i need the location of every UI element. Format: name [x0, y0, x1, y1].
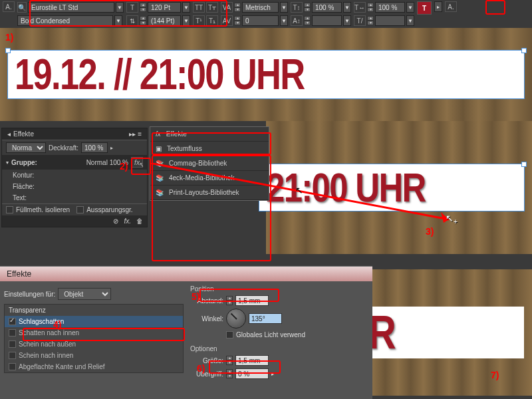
annot-5: 5): [192, 291, 200, 302]
annot-3: 3): [426, 226, 434, 237]
opacity-field[interactable]: [81, 142, 108, 153]
kerning-field[interactable]: [242, 2, 279, 13]
clear-fx-icon[interactable]: ⊘: [113, 217, 118, 225]
baseline-dropdown[interactable]: ▼: [343, 15, 351, 26]
annot-6: 6): [197, 363, 205, 374]
leading-dropdown[interactable]: ▼: [182, 15, 190, 26]
baseline-icon: A↕: [291, 15, 303, 26]
row-text[interactable]: Text:: [2, 192, 147, 203]
tracking-spinner[interactable]: ▴▾: [234, 16, 241, 25]
position-legend: Position: [190, 285, 363, 293]
skew-icon: T/: [354, 15, 366, 26]
list-schatten-innen[interactable]: Schatten nach innen: [5, 327, 183, 338]
size-icon: T: [126, 2, 138, 13]
size-spinner[interactable]: ▴▾: [140, 3, 146, 12]
kerning-icon: VA: [221, 2, 233, 13]
annot-7: 7): [491, 370, 499, 380]
font-style-field[interactable]: [17, 15, 113, 26]
annot-1: 1): [5, 32, 13, 43]
vscale-field[interactable]: [312, 2, 342, 13]
settings-for-select[interactable]: Objekt: [58, 288, 111, 300]
spread-spinner[interactable]: ▴▾: [226, 369, 233, 378]
skew-dropdown[interactable]: ▼: [406, 15, 414, 26]
fx-menu-icon[interactable]: fx.: [124, 217, 131, 225]
hscale-dropdown[interactable]: ▼: [406, 2, 414, 13]
font-family-field[interactable]: [28, 2, 114, 13]
leading-spinner[interactable]: ▴▾: [140, 16, 146, 25]
font-style-dropdown[interactable]: ▼: [114, 15, 122, 26]
flyout-4eck[interactable]: 📚4eck-Media-Bibliothek: [150, 171, 269, 186]
hscale-icon: T↔: [354, 2, 366, 13]
size-field[interactable]: [235, 355, 269, 366]
headline-text-1[interactable]: 19.12. // 21:00 UHR: [15, 53, 427, 96]
paragraph-icon[interactable]: A.: [3, 1, 15, 12]
kerning-dropdown[interactable]: ▼: [280, 2, 288, 13]
list-schein-innen[interactable]: Schein nach innen: [5, 350, 183, 361]
angle-field[interactable]: [249, 313, 282, 324]
vscale-dropdown[interactable]: ▼: [343, 2, 351, 13]
baseline-field[interactable]: [312, 15, 342, 26]
superscript-icon[interactable]: T¹: [193, 15, 205, 26]
distance-field[interactable]: [235, 295, 269, 306]
list-schlagschatten[interactable]: Schlagschatten: [5, 316, 183, 327]
canvas-area-3: 0 UHR: [372, 269, 532, 396]
search-icon[interactable]: 🔍: [17, 2, 27, 13]
cursor-icon-2: ↖: [295, 185, 303, 196]
distance-spinner[interactable]: ▴▾: [226, 296, 233, 305]
flyout-printlayouts[interactable]: 📚Print-Layouts-Bibliothek: [150, 186, 269, 200]
cursor-icon: ↖+: [446, 213, 458, 223]
effects-panel-tab[interactable]: ◂ Effekte▸▸ ≡: [2, 128, 147, 140]
size-dropdown[interactable]: ▼: [182, 2, 190, 13]
hscale-spinner[interactable]: ▴▾: [367, 3, 374, 12]
fill-color-swatch[interactable]: T: [417, 1, 432, 15]
hscale-field[interactable]: [375, 2, 405, 13]
allcaps-icon[interactable]: TT: [193, 2, 205, 13]
knockout-checkbox[interactable]: [76, 206, 84, 213]
font-size-field[interactable]: [148, 2, 181, 13]
subscript-icon[interactable]: T₁: [206, 15, 218, 26]
text-frame-3[interactable]: 0 UHR: [372, 307, 524, 358]
flyout-effekte[interactable]: fxEffekte: [150, 127, 269, 142]
canvas-area-1: 19.12. // 21:00 UHR: [0, 28, 532, 121]
list-header[interactable]: Transparenz: [5, 305, 183, 316]
fx-icon: fx: [156, 130, 161, 138]
skew-field[interactable]: [375, 15, 405, 26]
tracking-dropdown[interactable]: ▼: [280, 15, 288, 26]
tracking-icon: AV: [221, 15, 233, 26]
para-icon[interactable]: A.: [445, 1, 457, 12]
kerning-spinner[interactable]: ▴▾: [234, 3, 241, 12]
spread-label: Übergriff:: [190, 370, 223, 378]
spread-field[interactable]: [235, 368, 269, 379]
dialog-title: Effekte: [0, 267, 372, 281]
smallcaps-icon[interactable]: Tᴛ: [206, 2, 218, 13]
fill-dropdown[interactable]: ▸: [434, 1, 442, 12]
headline-text-3[interactable]: 0 UHR: [372, 309, 475, 356]
effects-panel-title: Effekte: [13, 130, 34, 138]
flyout-commag[interactable]: 📚Commag-Bibliothek: [150, 156, 269, 171]
global-light-checkbox[interactable]: [226, 331, 233, 338]
size-spinner[interactable]: ▴▾: [226, 356, 233, 365]
isolate-label: Füllmeth. isolieren: [16, 206, 70, 213]
row-flaeche[interactable]: Fläche:: [2, 181, 147, 192]
options-legend: Optionen: [190, 345, 363, 352]
baseline-spinner[interactable]: ▴▾: [304, 16, 311, 25]
vscale-spinner[interactable]: ▴▾: [304, 3, 311, 12]
fx-button[interactable]: fx↖: [131, 157, 143, 168]
isolate-checkbox[interactable]: [6, 206, 13, 213]
trash-icon[interactable]: 🗑: [136, 217, 143, 225]
font-family-dropdown[interactable]: ▼: [116, 2, 124, 13]
flyout-textumfluss[interactable]: ▣Textumfluss: [150, 142, 269, 156]
skew-spinner[interactable]: ▴▾: [367, 16, 374, 25]
tracking-field[interactable]: [242, 15, 279, 26]
list-kante-relief[interactable]: Abgeflachte Kante und Relief: [5, 361, 183, 372]
angle-dial[interactable]: [226, 309, 246, 329]
list-schein-aussen[interactable]: Schein nach außen: [5, 338, 183, 350]
blend-mode-select[interactable]: Normal: [6, 142, 46, 153]
schlagschatten-checkbox[interactable]: [9, 318, 16, 325]
vscale-icon: T↕: [291, 2, 303, 13]
text-frame-1[interactable]: 19.12. // 21:00 UHR: [8, 51, 524, 98]
annot-4: 4): [53, 319, 61, 330]
leading-field[interactable]: [148, 15, 181, 26]
effects-list: Transparenz Schlagschatten Schatten nach…: [4, 304, 184, 373]
character-toolbar: A. 🔍 ▼ ▼ T ▴▾ ▼ ⇅ ▴▾ ▼ TT Tᴛ: [0, 0, 532, 28]
